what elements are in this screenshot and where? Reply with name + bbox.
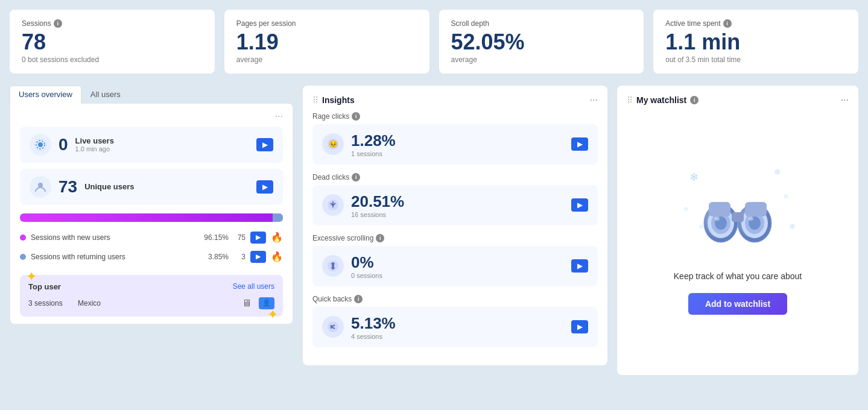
unique-users-count: 73 bbox=[59, 177, 77, 197]
live-users-sub: 1.0 min ago bbox=[75, 145, 114, 153]
dead-clicks-info-icon[interactable]: i bbox=[352, 173, 360, 181]
session-returning-users-row: Sessions with returning users 3.85% 3 ▶ … bbox=[20, 247, 283, 266]
insights-panel: ⠿ Insights ··· Rage clicks i 😣 1.28% 1 s bbox=[303, 86, 607, 365]
quick-backs-icon bbox=[322, 316, 344, 338]
watchlist-title: My watchlist bbox=[636, 95, 686, 105]
dead-clicks-title-row: Dead clicks i bbox=[312, 173, 598, 181]
quick-backs-video-btn[interactable]: ▶ bbox=[571, 320, 588, 333]
session-returning-flame[interactable]: 🔥 bbox=[271, 251, 283, 262]
excessive-scrolling-values: 0% 0 sessions bbox=[351, 253, 382, 279]
quick-backs-sub: 4 sessions bbox=[351, 333, 396, 340]
session-new-count: 75 bbox=[233, 233, 246, 242]
quick-backs-values: 5.13% 4 sessions bbox=[351, 314, 396, 340]
main-panels: Users overview All users ··· 0 Live u bbox=[10, 86, 858, 375]
tab-all-users[interactable]: All users bbox=[81, 86, 130, 103]
dot-returning-users bbox=[20, 254, 26, 260]
stat-value-pages-per-session: 1.19 bbox=[236, 30, 417, 54]
stat-value-sessions: 78 bbox=[22, 30, 203, 54]
watchlist-body: ❄ ❄ ❄ ❄ ❄ ❄ ❄ bbox=[627, 112, 849, 365]
svg-text:❄: ❄ bbox=[699, 223, 704, 230]
users-panel-menu[interactable]: ··· bbox=[20, 111, 283, 122]
stat-title-pages-per-session: Pages per session bbox=[236, 19, 417, 28]
svg-rect-29 bbox=[709, 202, 730, 216]
dead-clicks-value: 20.51% bbox=[351, 192, 404, 211]
quick-backs-info-icon[interactable]: i bbox=[354, 295, 363, 303]
unique-users-icon bbox=[30, 176, 51, 198]
excessive-scrolling-sub: 0 sessions bbox=[351, 272, 382, 279]
stat-value-scroll-depth: 52.05% bbox=[451, 30, 632, 54]
live-users-icon bbox=[30, 134, 51, 156]
quick-backs-section: Quick backs i 5.13% 4 sessions ▶ bbox=[312, 295, 598, 347]
dead-clicks-sub: 16 sessions bbox=[351, 211, 404, 218]
stat-value-active-time: 1.1 min bbox=[665, 30, 846, 54]
users-overview-panel: Users overview All users ··· 0 Live u bbox=[10, 86, 293, 324]
watchlist-description: Keep track of what you care about bbox=[674, 271, 802, 281]
excessive-scrolling-title-row: Excessive scrolling i bbox=[312, 234, 598, 242]
top-user-header: Top user See all users bbox=[28, 282, 274, 291]
stat-card-sessions: Sessions i 78 0 bot sessions excluded bbox=[10, 10, 215, 74]
rage-clicks-video-btn[interactable]: ▶ bbox=[571, 137, 588, 151]
session-new-users-row: Sessions with new users 96.15% 75 ▶ 🔥 bbox=[20, 228, 283, 247]
users-panel-tabs: Users overview All users bbox=[10, 86, 293, 103]
unique-users-label: Unique users bbox=[84, 182, 134, 191]
binoculars-svg: ❄ ❄ ❄ ❄ ❄ ❄ ❄ bbox=[677, 163, 798, 259]
insights-title: Insights bbox=[322, 95, 355, 105]
session-new-pct: 96.15% bbox=[198, 233, 229, 242]
excessive-scrolling-section: Excessive scrolling i 0% 0 sessions ▶ bbox=[312, 234, 598, 286]
svg-point-3 bbox=[38, 183, 43, 188]
rage-clicks-label: Rage clicks bbox=[312, 112, 349, 121]
svg-point-0 bbox=[38, 142, 43, 147]
star-bottom-icon: ✦ bbox=[267, 307, 278, 323]
watchlist-drag-handle[interactable]: ⠿ bbox=[627, 95, 633, 105]
top-user-section: ✦ Top user See all users 3 sessions Mexi… bbox=[20, 275, 283, 317]
stat-info-icon-sessions[interactable]: i bbox=[54, 19, 62, 28]
stat-title-active-time: Active time spent i bbox=[665, 19, 846, 28]
watchlist-menu[interactable]: ··· bbox=[841, 95, 849, 105]
excessive-scrolling-icon bbox=[322, 255, 344, 277]
star-top-icon: ✦ bbox=[26, 269, 37, 285]
live-users-label: Live users bbox=[75, 136, 114, 145]
svg-point-27 bbox=[749, 217, 753, 221]
sessions-progress-bar bbox=[20, 213, 283, 222]
dead-clicks-video-btn[interactable]: ▶ bbox=[571, 198, 588, 212]
rage-clicks-value: 1.28% bbox=[351, 131, 396, 150]
stat-title-sessions: Sessions i bbox=[22, 19, 203, 28]
top-user-country: Mexico bbox=[78, 299, 235, 308]
svg-text:❄: ❄ bbox=[783, 192, 789, 201]
live-users-video-btn[interactable]: ▶ bbox=[256, 138, 273, 151]
insights-header: ⠿ Insights ··· bbox=[312, 95, 598, 105]
excessive-scrolling-value: 0% bbox=[351, 253, 382, 272]
dead-clicks-values: 20.51% 16 sessions bbox=[351, 192, 404, 218]
quick-backs-label: Quick backs bbox=[312, 295, 352, 303]
insights-menu[interactable]: ··· bbox=[590, 95, 598, 105]
top-user-row: 3 sessions Mexico 🖥 👤 bbox=[28, 297, 274, 309]
rage-clicks-section: Rage clicks i 😣 1.28% 1 sessions ▶ bbox=[312, 112, 598, 165]
quick-backs-value: 5.13% bbox=[351, 314, 396, 333]
svg-text:❄: ❄ bbox=[689, 171, 699, 183]
stat-sub-sessions: 0 bot sessions excluded bbox=[22, 55, 203, 64]
watchlist-panel: ⠿ My watchlist i ··· ❄ ❄ ❄ ❄ ❄ ❄ ❄ bbox=[617, 86, 858, 375]
excessive-scrolling-info-icon[interactable]: i bbox=[376, 234, 384, 242]
svg-text:❄: ❄ bbox=[683, 206, 688, 212]
session-returning-video-btn[interactable]: ▶ bbox=[250, 251, 266, 263]
watchlist-header: ⠿ My watchlist i ··· bbox=[627, 95, 849, 105]
live-users-info: Live users 1.0 min ago bbox=[75, 136, 114, 153]
svg-point-22 bbox=[715, 217, 720, 221]
rage-clicks-info-icon[interactable]: i bbox=[352, 112, 360, 121]
tab-users-overview[interactable]: Users overview bbox=[10, 86, 81, 104]
insights-drag-handle[interactable]: ⠿ bbox=[312, 95, 318, 105]
watchlist-info-icon[interactable]: i bbox=[690, 96, 699, 104]
see-all-users-link[interactable]: See all users bbox=[233, 282, 274, 291]
unique-users-video-btn[interactable]: ▶ bbox=[256, 180, 273, 194]
stat-card-scroll-depth: Scroll depth 52.05% average bbox=[439, 10, 644, 74]
live-users-row: 0 Live users 1.0 min ago ▶ bbox=[20, 127, 283, 163]
session-new-video-btn[interactable]: ▶ bbox=[250, 232, 266, 244]
stat-info-icon-active-time[interactable]: i bbox=[723, 19, 732, 28]
add-to-watchlist-button[interactable]: Add to watchlist bbox=[688, 293, 787, 315]
rage-clicks-values: 1.28% 1 sessions bbox=[351, 131, 396, 157]
stat-title-scroll-depth: Scroll depth bbox=[451, 19, 632, 28]
session-new-flame[interactable]: 🔥 bbox=[271, 232, 283, 243]
top-user-sessions: 3 sessions bbox=[28, 299, 71, 308]
excessive-scrolling-video-btn[interactable]: ▶ bbox=[571, 259, 588, 273]
dot-new-users bbox=[20, 235, 26, 241]
